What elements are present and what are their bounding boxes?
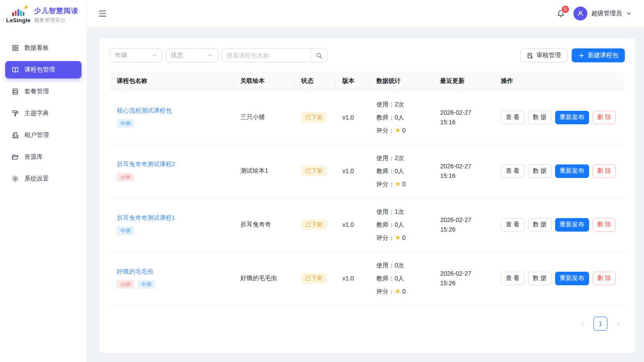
package-name-link[interactable]: 折耳兔奇奇测试课程1 bbox=[117, 214, 175, 222]
column-header-version: 版本 bbox=[336, 72, 369, 91]
view-button[interactable]: 查 看 bbox=[501, 164, 525, 178]
sidebar-menu: 数据看板 课程包管理 套餐管理 主题字典 租户管理 bbox=[0, 39, 87, 188]
view-button[interactable]: 查 看 bbox=[501, 111, 525, 124]
table-row: 好饿的毛毛虫 小班 中班 好饿的毛毛虫 已下架 v1.0 使用：0次 教师：0人 bbox=[110, 252, 625, 305]
teachers-value: 0人 bbox=[395, 167, 404, 174]
grade-tag: 中班 bbox=[117, 226, 134, 235]
usage-label: 使用： bbox=[376, 208, 395, 215]
grade-tag: 小班 bbox=[117, 173, 134, 181]
table-row: 核心流程测试课程包 中班 三只小猪 已下架 v1.0 使用：2次 教师：0人 评… bbox=[110, 91, 625, 144]
audit-icon bbox=[527, 52, 533, 59]
filter-toolbar: 年级 状态 bbox=[110, 48, 625, 62]
related-book: 测试绘本1 bbox=[234, 144, 294, 198]
rating-value: 0 bbox=[402, 234, 406, 241]
brand-subtitle: 服务管理后台 bbox=[34, 17, 78, 24]
sidebar-item-settings[interactable]: 系统设置 bbox=[5, 170, 81, 188]
rating-label: 评分： bbox=[376, 234, 395, 241]
main-content: 年级 状态 bbox=[87, 27, 644, 362]
notification-bell-icon[interactable]: 5 bbox=[556, 9, 566, 18]
search-input[interactable] bbox=[222, 49, 311, 62]
table-row: 折耳兔奇奇测试课程2 小班 测试绘本1 已下架 v1.0 使用：2次 教师：0人… bbox=[110, 144, 625, 198]
audit-button-label: 审核管理 bbox=[536, 51, 561, 59]
updated-date: 2026-02-27 bbox=[440, 108, 487, 117]
rating-value: 0 bbox=[402, 127, 406, 134]
sidebar-item-theme-dictionary[interactable]: 主题字典 bbox=[5, 105, 81, 122]
updated-date: 2026-02-27 bbox=[440, 161, 487, 171]
usage-value: 2次 bbox=[395, 154, 404, 161]
package-name-link[interactable]: 好饿的毛毛虫 bbox=[117, 268, 153, 276]
updated-date: 2026-02-27 bbox=[440, 269, 487, 278]
create-button-label: 新建课程包 bbox=[588, 51, 618, 59]
delete-button[interactable]: 删 除 bbox=[593, 111, 616, 124]
version: v1.0 bbox=[336, 144, 369, 198]
sidebar-item-tenants[interactable]: 租户管理 bbox=[5, 126, 81, 144]
package-name-link[interactable]: 核心流程测试课程包 bbox=[117, 107, 172, 115]
republish-button[interactable]: 重新发布 bbox=[555, 272, 589, 285]
theme-dictionary-icon bbox=[11, 109, 19, 117]
sidebar-item-label: 资源库 bbox=[24, 153, 43, 161]
status-filter-select[interactable]: 状态 bbox=[166, 48, 218, 62]
resource-library-icon bbox=[11, 153, 19, 161]
star-icon: ★ bbox=[395, 126, 401, 134]
data-button[interactable]: 数 据 bbox=[528, 111, 552, 124]
delete-button[interactable]: 删 除 bbox=[593, 272, 616, 285]
grade-tag: 中班 bbox=[117, 119, 134, 128]
status-filter-value: 状态 bbox=[171, 51, 183, 59]
pagination-page-1[interactable]: 1 bbox=[593, 317, 607, 331]
grade-tag: 中班 bbox=[138, 280, 155, 289]
related-book: 好饿的毛毛虫 bbox=[234, 252, 294, 305]
teachers-label: 教师： bbox=[376, 221, 395, 228]
teachers-label: 教师： bbox=[376, 114, 395, 121]
teachers-value: 0人 bbox=[395, 221, 404, 228]
user-menu[interactable]: 超级管理员 bbox=[573, 7, 632, 20]
package-name-link[interactable]: 折耳兔奇奇测试课程2 bbox=[117, 161, 175, 168]
delete-button[interactable]: 删 除 bbox=[593, 164, 616, 178]
table-row: 折耳兔奇奇测试课程1 中班 折耳兔奇奇 已下架 v1.0 使用：1次 教师：0人… bbox=[110, 198, 625, 252]
delete-button[interactable]: 删 除 bbox=[593, 218, 616, 232]
column-header-status: 状态 bbox=[294, 72, 336, 91]
sidebar-item-label: 主题字典 bbox=[24, 109, 49, 117]
republish-button[interactable]: 重新发布 bbox=[555, 218, 589, 232]
view-button[interactable]: 查 看 bbox=[501, 218, 525, 232]
data-button[interactable]: 数 据 bbox=[528, 272, 552, 285]
status-badge: 已下架 bbox=[301, 273, 327, 283]
view-button[interactable]: 查 看 bbox=[501, 272, 525, 285]
menu-fold-icon[interactable] bbox=[98, 9, 107, 18]
republish-button[interactable]: 重新发布 bbox=[555, 111, 589, 124]
lesingle-logo-icon: LeSingle bbox=[7, 7, 30, 24]
teachers-label: 教师： bbox=[376, 275, 395, 282]
audit-management-button[interactable]: 审核管理 bbox=[520, 48, 567, 62]
grade-filter-value: 年级 bbox=[115, 51, 127, 59]
sidebar-item-resources[interactable]: 资源库 bbox=[5, 148, 81, 166]
sidebar-item-dashboard[interactable]: 数据看板 bbox=[5, 39, 81, 57]
rating-value: 0 bbox=[402, 181, 406, 188]
sidebar-item-course-packages[interactable]: 课程包管理 bbox=[5, 61, 81, 79]
usage-label: 使用： bbox=[376, 262, 395, 269]
usage-value: 2次 bbox=[395, 101, 404, 108]
pagination-next-icon[interactable] bbox=[611, 317, 625, 331]
sidebar-item-label: 课程包管理 bbox=[24, 66, 55, 74]
pagination-prev-icon[interactable] bbox=[576, 317, 590, 331]
updated-time: 15:16 bbox=[440, 117, 487, 127]
sidebar-item-plans[interactable]: 套餐管理 bbox=[5, 83, 81, 100]
data-button[interactable]: 数 据 bbox=[528, 164, 552, 178]
chevron-down-icon bbox=[626, 10, 632, 17]
teachers-label: 教师： bbox=[376, 167, 395, 174]
create-course-package-button[interactable]: 新建课程包 bbox=[572, 48, 625, 62]
republish-button[interactable]: 重新发布 bbox=[555, 164, 589, 178]
teachers-value: 0人 bbox=[395, 275, 404, 282]
brand-logo: LeSingle 少儿智慧阅读 服务管理后台 bbox=[0, 0, 87, 31]
column-header-stats: 数据统计 bbox=[369, 72, 434, 91]
rating-label: 评分： bbox=[376, 127, 395, 134]
data-button[interactable]: 数 据 bbox=[528, 218, 552, 232]
sidebar-item-label: 租户管理 bbox=[24, 131, 49, 139]
search-icon[interactable] bbox=[311, 49, 327, 62]
sidebar: LeSingle 少儿智慧阅读 服务管理后台 数据看板 课程包管理 套餐管理 bbox=[0, 0, 87, 362]
column-header-updated: 最近更新 bbox=[433, 72, 494, 91]
avatar bbox=[573, 7, 587, 20]
related-book: 三只小猪 bbox=[234, 91, 294, 144]
usage-label: 使用： bbox=[376, 154, 395, 161]
grade-filter-select[interactable]: 年级 bbox=[110, 48, 162, 62]
gear-icon bbox=[11, 175, 19, 183]
search-box bbox=[221, 48, 328, 62]
